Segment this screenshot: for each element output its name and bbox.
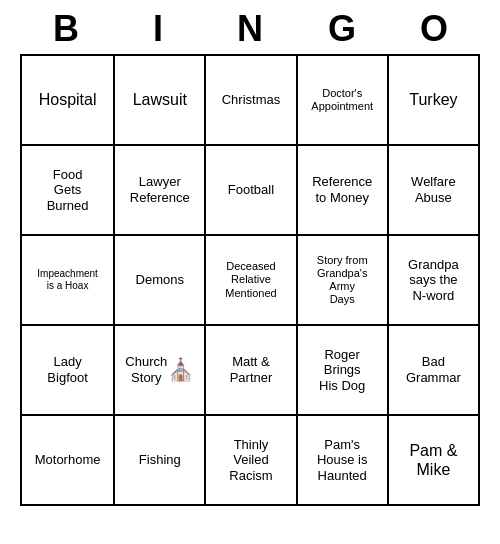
- bingo-cell[interactable]: Hospital: [22, 56, 113, 144]
- header-letter-b: B: [26, 8, 106, 50]
- bingo-cell[interactable]: Grandpasays theN-word: [387, 236, 478, 324]
- bingo-cell[interactable]: Fishing: [113, 416, 204, 504]
- bingo-cell[interactable]: Pam'sHouse isHaunted: [296, 416, 387, 504]
- bingo-cell[interactable]: LawyerReference: [113, 146, 204, 234]
- bingo-cell[interactable]: Doctor'sAppointment: [296, 56, 387, 144]
- bingo-cell[interactable]: BadGrammar: [387, 326, 478, 414]
- bingo-row: Impeachmentis a HoaxDemonsDeceasedRelati…: [22, 234, 478, 324]
- bingo-row: LadyBigfootChurchStory⛪Matt &PartnerRoge…: [22, 324, 478, 414]
- bingo-row: FoodGetsBurnedLawyerReferenceFootballRef…: [22, 144, 478, 234]
- bingo-cell[interactable]: Football: [204, 146, 295, 234]
- bingo-cell[interactable]: Turkey: [387, 56, 478, 144]
- bingo-cell[interactable]: Motorhome: [22, 416, 113, 504]
- header-letter-i: I: [118, 8, 198, 50]
- bingo-cell[interactable]: Pam &Mike: [387, 416, 478, 504]
- bingo-cell[interactable]: WelfareAbuse: [387, 146, 478, 234]
- bingo-cell[interactable]: ChurchStory⛪: [113, 326, 204, 414]
- bingo-cell[interactable]: RogerBringsHis Dog: [296, 326, 387, 414]
- bingo-grid: HospitalLawsuitChristmasDoctor'sAppointm…: [20, 54, 480, 506]
- bingo-cell[interactable]: Matt &Partner: [204, 326, 295, 414]
- header-letter-o: O: [394, 8, 474, 50]
- bingo-cell[interactable]: Story fromGrandpa'sArmyDays: [296, 236, 387, 324]
- bingo-cell[interactable]: FoodGetsBurned: [22, 146, 113, 234]
- bingo-cell[interactable]: Christmas: [204, 56, 295, 144]
- header-letter-g: G: [302, 8, 382, 50]
- bingo-row: MotorhomeFishingThinlyVeiledRacismPam'sH…: [22, 414, 478, 504]
- bingo-cell[interactable]: ThinlyVeiledRacism: [204, 416, 295, 504]
- bingo-header: B I N G O: [20, 0, 480, 54]
- bingo-cell[interactable]: DeceasedRelativeMentioned: [204, 236, 295, 324]
- bingo-cell[interactable]: Impeachmentis a Hoax: [22, 236, 113, 324]
- bingo-row: HospitalLawsuitChristmasDoctor'sAppointm…: [22, 56, 478, 144]
- bingo-cell[interactable]: Referenceto Money: [296, 146, 387, 234]
- bingo-cell[interactable]: Demons: [113, 236, 204, 324]
- bingo-cell[interactable]: LadyBigfoot: [22, 326, 113, 414]
- bingo-cell[interactable]: Lawsuit: [113, 56, 204, 144]
- header-letter-n: N: [210, 8, 290, 50]
